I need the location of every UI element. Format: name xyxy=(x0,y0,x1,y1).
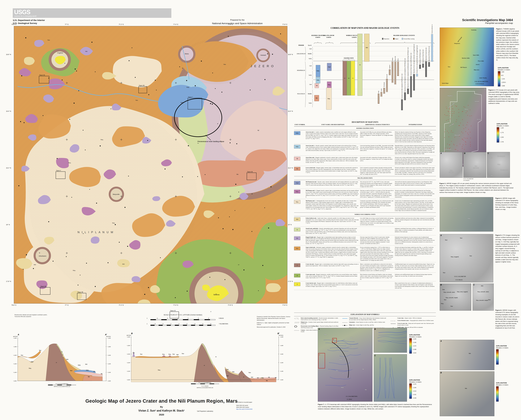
dmu-interpretation-cell: Deltaic-fan deposits emplaced during Lat… xyxy=(395,130,436,144)
map-figure-locator[interactable]: Figure 5B xyxy=(40,287,50,295)
svg-text:NHjf₂: NHjf₂ xyxy=(317,70,320,72)
svg-text:Deposition of Nili Planum fan: Deposition of Nili Planum fan unit xyxy=(429,46,430,61)
svg-text:Nnp₁: Nnp₁ xyxy=(158,369,161,371)
main-geologic-map[interactable]: J E Z E R ON I L I P L A N U MPerseveran… xyxy=(14,26,287,304)
svg-text:Marysville: Marysville xyxy=(395,56,396,61)
symbol-item: Ridged area—Contains closely spaced ridg… xyxy=(294,321,339,325)
unit-swatch-NHjf1: NHjf₁ xyxy=(294,145,300,149)
ridge-symbol-glyph xyxy=(342,324,349,326)
figure6-panel-b: BN ↑Nrb xyxy=(440,371,494,416)
figure7-panel-c: CN ↑ xyxy=(374,354,407,402)
lon-label-bottom: 77.4° E xyxy=(173,304,178,306)
recycled-paper-note: ♻ Printed on recycled paper xyxy=(236,401,252,403)
dmu-characteristics-cell xyxy=(360,227,395,235)
svg-text:−2,400: −2,400 xyxy=(280,371,283,372)
svg-text:−2,400: −2,400 xyxy=(107,372,111,373)
dept-survey: U.S. Geological Survey xyxy=(13,22,45,25)
dmu-interpretation-cell: Volcanic ash deposit that drapes underly… xyxy=(395,246,436,262)
unit-swatch-su: su xyxy=(294,228,300,232)
dmu-interpretation-cell: Alluvial/fluvial deposits emplaced durin… xyxy=(395,180,436,189)
svg-text:cr: cr xyxy=(344,77,345,79)
svg-text:Aeb: Aeb xyxy=(251,376,253,378)
svg-text:Aeb: Aeb xyxy=(261,377,264,379)
unit-swatch-ce: ce xyxy=(294,274,300,277)
map-figure-locator[interactable]: Figure 5A xyxy=(39,76,49,83)
svg-text:−1,600: −1,600 xyxy=(13,338,16,339)
dmu-symbol-cell: Njf xyxy=(294,156,306,166)
svg-text:3: 3 xyxy=(187,323,187,324)
dmu-symbol-cell: ci xyxy=(294,281,306,290)
svg-text:Erosion of lower and upper etc: Erosion of lower and upper etched units,… xyxy=(416,45,418,73)
svg-text:Jezero: Jezero xyxy=(381,89,382,91)
unit-swatch-ci: ci xyxy=(294,282,300,286)
dmu-title: DESCRIPTION OF MAP UNITS xyxy=(294,121,436,123)
svg-text:Deposition of Jezero floor uni: Deposition of Jezero floor unit xyxy=(423,49,424,63)
title-block: Geologic Map of Jezero Crater and the Ni… xyxy=(60,398,263,416)
svg-text:Nue: Nue xyxy=(226,375,228,376)
dmu-description-cell: Crater ejecta unit—Rugged, hummocky, var… xyxy=(306,273,360,281)
svg-text:Hartwell: Hartwell xyxy=(386,74,387,78)
doi-link[interactable]: https://doi.org/10.3133/sim3464 xyxy=(236,409,252,410)
svg-text:Aeb: Aeb xyxy=(232,371,234,372)
lat-label-left: 18.6° N xyxy=(6,54,11,55)
unit-swatch-Nle: Nle xyxy=(294,167,300,171)
svg-text:−2,000: −2,000 xyxy=(107,355,111,356)
dmu-description-cell: Nili Planum fan unit—Smooth, rarely crat… xyxy=(306,180,360,189)
svg-text:Epoch: Epoch xyxy=(308,45,311,46)
map-figure-locator[interactable]: Figure 7 xyxy=(188,98,202,109)
figure6-elevation-legend-b: EXPLANATIONElevation, in meters xyxy=(496,382,508,402)
svg-text:Angelica: Angelica xyxy=(389,65,390,69)
svg-text:B: B xyxy=(131,332,133,335)
figure3-scale-miles: 0 0.5 MILES xyxy=(463,180,469,181)
dmu-characteristics-cell: Outcrops as small as 0.02 km² or as larg… xyxy=(360,189,395,199)
figure1-elevation-legend: EXPLANATIONElevation, in meters1,66826.5… xyxy=(498,67,510,86)
figure2-elevation-legend: EXPLANATIONElevation, in meters−1,300−1,… xyxy=(497,123,509,142)
authors: Vivian Z. Sun¹ and Kathryn M. Stack¹ xyxy=(60,409,263,412)
symbol-item: Crest of crater rim—Sharp and well-expos… xyxy=(391,323,436,326)
unit-swatch-Nrb: Nrb xyxy=(294,236,300,240)
dmu-characteristics-cell: Most lineations around Sedona and Angeli… xyxy=(360,273,395,281)
map-scale-statement: SCALE 1:75,000 AT 77.5 E. LATITUDE (Cent… xyxy=(137,314,229,316)
svg-text:1: 1 xyxy=(177,318,178,319)
svg-text:½: ½ xyxy=(157,318,158,319)
dmu-col-header: ADDITIONAL CHARACTERISTICS xyxy=(360,123,395,127)
svg-text:su: su xyxy=(359,64,361,65)
figure7-elevation-legend-b: EXPLANATIONElevation, in meters−2,420−2,… xyxy=(409,334,422,353)
map-figure-locator[interactable]: Figure 3B xyxy=(138,86,147,93)
svg-text:cr: cr xyxy=(56,362,57,363)
figure3-scale: 0 0.5 1 KILOMETER xyxy=(463,178,473,180)
lat-label-right: 17.8° N xyxy=(288,280,293,282)
map-figure-locator[interactable]: Figure 6B xyxy=(77,293,86,300)
svg-text:Early: Early xyxy=(309,102,312,104)
symbols-title: EXPLANATION OF MAP SYMBOLS xyxy=(294,313,436,316)
unit-swatch-Nue: Nue xyxy=(294,247,300,250)
lon-label-bottom: 77.8° E xyxy=(282,304,287,306)
ellipse-symbol-glyph xyxy=(294,325,301,329)
svg-text:Deposition of Nili Planum 2 un: Deposition of Nili Planum 2 unit xyxy=(419,49,421,64)
usgs-tagline: science for a changing world xyxy=(14,15,36,17)
svg-text:Nnp₁: Nnp₁ xyxy=(328,98,330,99)
series-subtitle: Pamphlet accompanies map xyxy=(462,22,513,24)
svg-text:Deposition of syn-Jezero compo: Deposition of syn-Jezero component of, a… xyxy=(408,47,408,88)
none-symbol-glyph xyxy=(391,317,397,319)
svg-text:UNITS: UNITS xyxy=(315,37,320,38)
svg-text:UNITS: UNITS xyxy=(352,37,357,38)
map-figure-locator[interactable]: Figure 4 xyxy=(56,172,65,179)
symbol-item: Channel (fluvial)—Long, sinuous depressi… xyxy=(342,317,388,321)
figure5-panel-c: CN ↑AebNnp₁ (smooth, dark)Nnp₁ (smooth, … xyxy=(473,284,494,311)
svg-text:Ulricehamn: Ulricehamn xyxy=(384,82,385,87)
svg-text:A: A xyxy=(18,334,19,336)
svg-text:NHjf₂: NHjf₂ xyxy=(78,364,81,366)
symbol-item: Crest of buried crater—Topographically s… xyxy=(391,320,436,322)
svg-text:Belva: Belva xyxy=(397,58,399,61)
prepared-for: Prepared for the National Aeronautics an… xyxy=(188,19,287,25)
svg-text:Nue: Nue xyxy=(21,354,23,356)
svg-text:METERS: METERS xyxy=(13,336,18,337)
dmu-description-cell: Eolian bedform unit—Light-toned, linear,… xyxy=(306,216,360,227)
symbol-item: Lineament—Linear features on units ce an… xyxy=(342,321,388,323)
lon-label-top: 77° E xyxy=(65,23,68,25)
svg-text:ci: ci xyxy=(352,77,353,79)
dmu-description-cell: Jezero fan unit 2—Lightly cratered, inte… xyxy=(306,130,360,144)
map-figure-locator[interactable]: Figure 6A xyxy=(247,172,257,180)
svg-text:−2,400: −2,400 xyxy=(127,371,130,372)
